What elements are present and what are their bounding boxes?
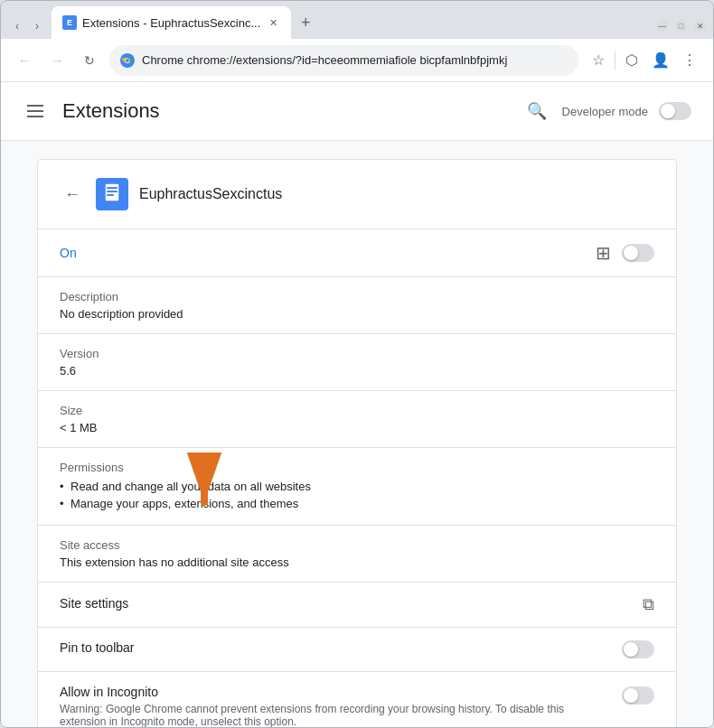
site-access-label: Site access [60,538,654,552]
maximize-button[interactable]: □ [675,20,687,32]
permissions-list: Read and change all your data on all web… [60,478,654,512]
new-tab-button[interactable]: + [293,10,318,35]
refresh-button[interactable]: ↻ [77,48,102,73]
allow-incognito-warning: Warning: Google Chrome cannot prevent ex… [60,703,611,727]
version-value: 5.6 [60,364,654,378]
description-label: Description [60,290,654,303]
tab-bar: ‹ › E Extensions - EuphractusSexcinc... … [1,1,713,39]
svg-rect-5 [27,110,43,112]
site-settings-row: Site settings ⧉ [38,583,676,628]
extensions-header-right: 🔍 Developer mode [522,97,691,126]
bookmark-icon[interactable]: ☆ [586,48,611,73]
minimize-button[interactable]: — [656,20,668,32]
extension-icon [96,178,128,210]
extension-status-label: On [60,246,77,260]
url-text: Chrome chrome://extensions/?id=hceeommem… [142,53,568,67]
profile-icon[interactable]: 👤 [648,48,673,73]
tab-nav-area: ‹ › [8,17,46,35]
developer-mode-toggle[interactable] [659,102,691,120]
extension-puzzle-icon[interactable]: ⬡ [619,48,644,73]
address-input-area[interactable]: Chrome Chrome chrome://extensions/?id=hc… [109,45,578,76]
svg-rect-4 [27,105,43,107]
permissions-label: Permissions [60,461,654,474]
window-controls: — □ ✕ [656,20,706,32]
allow-incognito-label: Allow in Incognito [60,685,611,699]
extension-detail-card: ← EuphractusSexcinctus On [37,159,677,727]
back-button[interactable]: ← [60,182,85,207]
site-access-value: This extension has no additional site ac… [60,555,654,569]
pin-toolbar-row: Pin to toolbar [38,628,676,672]
extension-row-actions: ⊞ [596,242,654,264]
version-row: Version 5.6 [38,334,676,391]
active-tab[interactable]: E Extensions - EuphractusSexcinc... ✕ [52,6,291,39]
site-access-row: Site access This extension has no additi… [38,526,676,583]
svg-rect-6 [27,116,43,117]
description-row: Description No description provided [38,277,676,334]
tab-back-btn[interactable]: ‹ [8,17,26,35]
orange-arrow-annotation-1 [177,453,231,519]
extensions-page: Extensions 🔍 Developer mode PCrisk [1,82,713,727]
allow-incognito-content: Allow in Incognito Warning: Google Chrom… [60,685,611,727]
tab-favicon: E [62,15,77,30]
external-link-icon[interactable]: ⧉ [643,595,654,614]
allow-incognito-row: Allow in Incognito Warning: Google Chrom… [38,672,676,727]
size-row: Size < 1 MB [38,391,676,448]
forward-nav-button[interactable]: → [44,48,70,73]
description-value: No description provided [60,307,654,321]
address-bar-icons: ☆ ⬡ 👤 ⋮ [586,48,702,73]
svg-rect-12 [107,194,114,196]
chrome-logo-icon [120,53,135,68]
tab-forward-btn[interactable]: › [28,17,46,35]
extension-content: PCrisk [1,141,713,727]
back-nav-button[interactable]: ← [12,48,37,73]
extensions-header: Extensions 🔍 Developer mode [1,82,713,141]
tab-close-button[interactable]: ✕ [266,15,280,30]
pin-toolbar-label: Pin to toolbar [60,640,135,655]
extension-enable-toggle[interactable] [622,244,654,262]
grid-icon[interactable]: ⊞ [596,242,611,264]
address-bar: ← → ↻ Chrome Chrome chrome://extensions/… [1,39,713,82]
menu-icon[interactable]: ⋮ [677,48,702,73]
permissions-row: Permissions Read and change all your dat… [38,448,676,526]
permission-item-2: Manage your apps, extensions, and themes [60,495,654,512]
hamburger-icon [27,103,43,119]
developer-mode-label: Developer mode [562,105,648,118]
svg-point-3 [126,59,129,62]
site-settings-label: Site settings [60,596,128,611]
version-label: Version [60,347,654,360]
tab-title: Extensions - EuphractusSexcinc... [82,16,260,30]
extension-status-row: On ⊞ [38,229,676,277]
permission-item-1: Read and change all your data on all web… [60,478,654,495]
extension-name: EuphractusSexcinctus [139,186,282,202]
svg-rect-10 [107,187,117,189]
size-label: Size [60,404,654,417]
size-value: < 1 MB [60,421,654,434]
search-button[interactable]: 🔍 [522,97,551,126]
extension-detail-header: ← EuphractusSexcinctus [38,160,676,229]
divider [615,51,615,70]
pin-toolbar-toggle[interactable] [622,640,654,658]
svg-rect-11 [107,191,117,192]
close-button[interactable]: ✕ [694,20,706,32]
allow-incognito-toggle[interactable] [622,686,654,705]
hamburger-menu-button[interactable] [23,98,48,124]
page-title: Extensions [62,99,160,123]
browser-window: ‹ › E Extensions - EuphractusSexcinc... … [0,0,714,728]
